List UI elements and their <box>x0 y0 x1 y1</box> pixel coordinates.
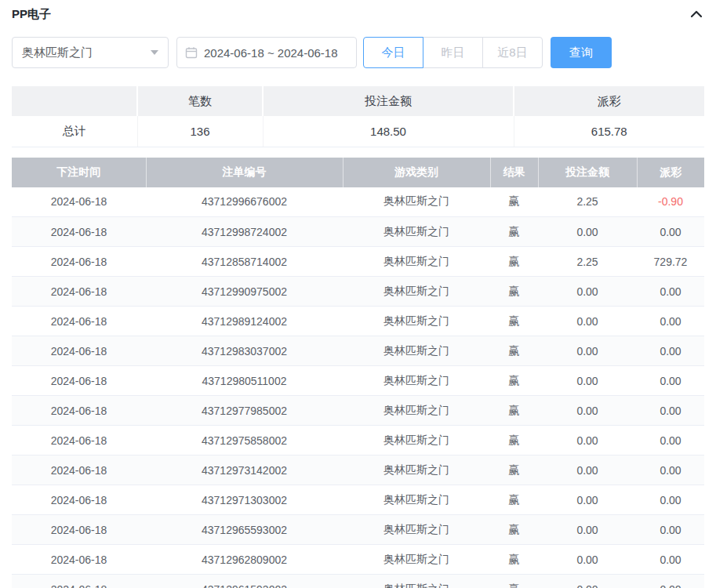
cell-payout: 0.00 <box>637 575 704 588</box>
table-row: 2024-06-18 43712977985002 奥林匹斯之门 赢 0.00 … <box>12 396 704 426</box>
summary-header-blank <box>12 86 137 116</box>
cell-bet-amount: 0.00 <box>538 515 637 545</box>
cell-result: 赢 <box>490 396 538 426</box>
table-row: 2024-06-18 43712975858002 奥林匹斯之门 赢 0.00 … <box>12 426 704 456</box>
cell-game-category: 奥林匹斯之门 <box>343 307 490 336</box>
cell-payout: 0.00 <box>637 217 704 247</box>
cell-bet-amount: 0.00 <box>538 426 637 456</box>
cell-bet-time: 2024-06-18 <box>12 545 146 575</box>
cell-bet-amount: 0.00 <box>538 217 637 247</box>
cell-bet-amount: 0.00 <box>538 575 637 588</box>
summary-header-count: 笔数 <box>137 86 263 116</box>
search-button[interactable]: 查询 <box>551 37 612 68</box>
chevron-up-icon[interactable] <box>689 8 704 20</box>
cell-payout: 729.72 <box>637 247 704 277</box>
cell-order-number: 43712990975002 <box>146 277 343 307</box>
cell-order-number: 43712998724002 <box>146 217 343 247</box>
cell-order-number: 43712989124002 <box>146 307 343 336</box>
cell-bet-time: 2024-06-18 <box>12 485 146 515</box>
cell-game-category: 奥林匹斯之门 <box>343 336 490 366</box>
cell-order-number: 43712975858002 <box>146 426 343 456</box>
cell-game-category: 奥林匹斯之门 <box>343 426 490 456</box>
cell-payout: 0.00 <box>637 545 704 575</box>
filter-bar: 奥林匹斯之门 2024-06-18 ~ 2024-06-18 今日 昨日 近8日… <box>12 37 704 68</box>
cell-payout: -0.90 <box>637 187 704 217</box>
table-row: 2024-06-18 43712971303002 奥林匹斯之门 赢 0.00 … <box>12 485 704 515</box>
table-row: 2024-06-18 43712980511002 奥林匹斯之门 赢 0.00 … <box>12 366 704 396</box>
game-select[interactable]: 奥林匹斯之门 <box>12 37 169 68</box>
cell-bet-time: 2024-06-18 <box>12 217 146 247</box>
cell-bet-amount: 0.00 <box>538 307 637 336</box>
cell-bet-time: 2024-06-18 <box>12 515 146 545</box>
game-select-value: 奥林匹斯之门 <box>22 45 93 60</box>
calendar-icon <box>185 46 198 59</box>
cell-order-number: 43712983037002 <box>146 336 343 366</box>
cell-bet-time: 2024-06-18 <box>12 187 146 217</box>
cell-bet-time: 2024-06-18 <box>12 396 146 426</box>
date-range-value: 2024-06-18 ~ 2024-06-18 <box>204 46 338 60</box>
header-game-category: 游戏类别 <box>343 158 490 187</box>
cell-payout: 0.00 <box>637 515 704 545</box>
cell-result: 赢 <box>490 456 538 485</box>
cell-bet-amount: 2.25 <box>538 247 637 277</box>
yesterday-button[interactable]: 昨日 <box>423 37 483 68</box>
summary-total-bet-amount: 148.50 <box>263 116 514 147</box>
table-row: 2024-06-18 43712962809002 奥林匹斯之门 赢 0.00 … <box>12 545 704 575</box>
cell-bet-amount: 0.00 <box>538 456 637 485</box>
cell-game-category: 奥林匹斯之门 <box>343 217 490 247</box>
cell-bet-amount: 0.00 <box>538 366 637 396</box>
table-row: 2024-06-18 43712998724002 奥林匹斯之门 赢 0.00 … <box>12 217 704 247</box>
header-order-number: 注单编号 <box>146 158 343 187</box>
cell-bet-time: 2024-06-18 <box>12 426 146 456</box>
cell-game-category: 奥林匹斯之门 <box>343 366 490 396</box>
cell-result: 赢 <box>490 217 538 247</box>
cell-game-category: 奥林匹斯之门 <box>343 575 490 588</box>
table-row: 2024-06-18 43712989124002 奥林匹斯之门 赢 0.00 … <box>12 307 704 336</box>
cell-result: 赢 <box>490 277 538 307</box>
cell-bet-amount: 0.00 <box>538 545 637 575</box>
table-row: 2024-06-18 43712973142002 奥林匹斯之门 赢 0.00 … <box>12 456 704 485</box>
cell-result: 赢 <box>490 187 538 217</box>
cell-payout: 0.00 <box>637 307 704 336</box>
cell-payout: 0.00 <box>637 426 704 456</box>
cell-result: 赢 <box>490 485 538 515</box>
cell-bet-time: 2024-06-18 <box>12 366 146 396</box>
cell-payout: 0.00 <box>637 396 704 426</box>
header-bet-amount: 投注金额 <box>538 158 637 187</box>
cell-payout: 0.00 <box>637 485 704 515</box>
cell-result: 赢 <box>490 366 538 396</box>
cell-game-category: 奥林匹斯之门 <box>343 485 490 515</box>
page: PP电子 奥林匹斯之门 2024-06-18 ~ 2024-06-18 今日 昨… <box>0 0 716 588</box>
summary-total-label: 总计 <box>12 116 137 147</box>
summary-total-count: 136 <box>137 116 263 147</box>
summary-header-payout: 派彩 <box>514 86 704 116</box>
today-button[interactable]: 今日 <box>363 37 423 68</box>
cell-game-category: 奥林匹斯之门 <box>343 456 490 485</box>
table-row: 2024-06-18 43712996676002 奥林匹斯之门 赢 2.25 … <box>12 187 704 217</box>
cell-game-category: 奥林匹斯之门 <box>343 515 490 545</box>
table-row: 2024-06-18 43712965593002 奥林匹斯之门 赢 0.00 … <box>12 515 704 545</box>
cell-bet-time: 2024-06-18 <box>12 307 146 336</box>
cell-order-number: 43712977985002 <box>146 396 343 426</box>
cell-result: 赢 <box>490 336 538 366</box>
cell-payout: 0.00 <box>637 366 704 396</box>
cell-result: 赢 <box>490 307 538 336</box>
cell-game-category: 奥林匹斯之门 <box>343 396 490 426</box>
cell-result: 赢 <box>490 515 538 545</box>
cell-bet-time: 2024-06-18 <box>12 336 146 366</box>
cell-bet-amount: 2.25 <box>538 187 637 217</box>
cell-bet-time: 2024-06-18 <box>12 456 146 485</box>
last-8-days-button[interactable]: 近8日 <box>482 37 543 68</box>
cell-bet-amount: 0.00 <box>538 396 637 426</box>
cell-result: 赢 <box>490 575 538 588</box>
date-range-picker[interactable]: 2024-06-18 ~ 2024-06-18 <box>176 37 357 68</box>
cell-bet-time: 2024-06-18 <box>12 575 146 588</box>
cell-payout: 0.00 <box>637 277 704 307</box>
quick-date-button-group: 今日 昨日 近8日 <box>363 37 543 68</box>
header-payout: 派彩 <box>637 158 704 187</box>
cell-game-category: 奥林匹斯之门 <box>343 545 490 575</box>
cell-order-number: 43712971303002 <box>146 485 343 515</box>
cell-bet-time: 2024-06-18 <box>12 247 146 277</box>
table-row: 2024-06-18 43712858714002 奥林匹斯之门 赢 2.25 … <box>12 247 704 277</box>
records-header-row: 下注时间 注单编号 游戏类别 结果 投注金额 派彩 <box>12 158 704 187</box>
